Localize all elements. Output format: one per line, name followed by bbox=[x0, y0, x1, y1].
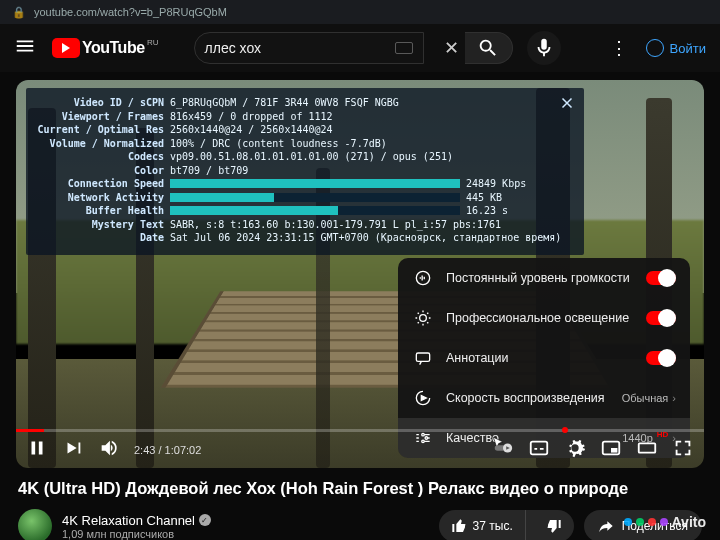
settings-item-lighting[interactable]: Профессиональное освещение bbox=[398, 298, 690, 338]
toggle-on-icon[interactable] bbox=[646, 351, 676, 365]
stat-row: Volume / Normalized100% / DRC (content l… bbox=[36, 137, 574, 151]
stat-row: Current / Optimal Res2560x1440@24 / 2560… bbox=[36, 123, 574, 137]
like-dislike-buttons: 37 тыс. bbox=[439, 510, 574, 540]
autoplay-toggle[interactable] bbox=[492, 437, 514, 463]
theater-button[interactable] bbox=[636, 437, 658, 463]
miniplayer-button[interactable] bbox=[600, 437, 622, 463]
chevron-right-icon: › bbox=[672, 392, 676, 404]
next-button[interactable] bbox=[62, 437, 84, 463]
stat-row: Codecsvp09.00.51.08.01.01.01.01.00 (271)… bbox=[36, 150, 574, 164]
youtube-logo[interactable]: YouTube RU bbox=[52, 38, 145, 58]
svg-rect-8 bbox=[531, 442, 548, 455]
stat-row: DateSat Jul 06 2024 23:31:15 GMT+0700 (К… bbox=[36, 231, 574, 245]
toggle-on-icon[interactable] bbox=[646, 311, 676, 325]
like-button[interactable]: 37 тыс. bbox=[439, 510, 526, 540]
captions-button[interactable] bbox=[528, 437, 550, 463]
video-player[interactable]: Video ID / sCPN6_P8RUqGQbM / 781F 3R44 0… bbox=[16, 80, 704, 468]
stat-row: Colorbt709 / bt709 bbox=[36, 164, 574, 178]
page-url: youtube.com/watch?v=b_P8RUqGQbM bbox=[34, 6, 227, 18]
voice-search-button[interactable] bbox=[527, 31, 561, 65]
dislike-button[interactable] bbox=[534, 510, 574, 540]
user-icon bbox=[646, 39, 664, 57]
lock-icon: 🔒 bbox=[12, 6, 26, 19]
youtube-wordmark: YouTube bbox=[82, 39, 145, 57]
svg-point-1 bbox=[420, 315, 427, 322]
svg-rect-11 bbox=[639, 443, 656, 452]
verified-badge-icon: ✓ bbox=[199, 514, 211, 526]
below-player: 4K (Ultra HD) Дождевой лес Хох (Hoh Rain… bbox=[0, 468, 720, 540]
search-value: ллес хох bbox=[205, 40, 262, 56]
svg-rect-2 bbox=[416, 353, 429, 361]
clear-search-button[interactable]: ✕ bbox=[438, 37, 465, 59]
settings-item-annotations[interactable]: Аннотации bbox=[398, 338, 690, 378]
stat-bar-row: Buffer Health16.23 s bbox=[36, 204, 574, 218]
pause-button[interactable] bbox=[26, 437, 48, 463]
toggle-on-icon[interactable] bbox=[646, 271, 676, 285]
search-button[interactable] bbox=[465, 32, 513, 64]
masthead: YouTube RU ллес хох ✕ ⋮ Войти bbox=[0, 24, 720, 72]
stat-bar-row: Connection Speed24849 Kbps bbox=[36, 177, 574, 191]
signin-label: Войти bbox=[670, 41, 706, 56]
settings-badge-icon bbox=[562, 427, 568, 433]
subscriber-count: 1,09 млн подписчиков bbox=[62, 528, 211, 540]
stat-row: Viewport / Frames816x459 / 0 dropped of … bbox=[36, 110, 574, 124]
browser-address-bar: 🔒 youtube.com/watch?v=b_P8RUqGQbM bbox=[0, 0, 720, 24]
fullscreen-button[interactable] bbox=[672, 437, 694, 463]
video-title: 4K (Ultra HD) Дождевой лес Хох (Hoh Rain… bbox=[18, 478, 702, 499]
settings-item-stable-volume[interactable]: Постоянный уровень громкости bbox=[398, 258, 690, 298]
player-settings-menu: Постоянный уровень громкости Профессиона… bbox=[398, 258, 690, 458]
player-controls: 2:43 / 1:07:02 bbox=[16, 432, 704, 468]
country-code: RU bbox=[147, 38, 159, 47]
signin-button[interactable]: Войти bbox=[646, 39, 706, 57]
search-input[interactable]: ллес хох bbox=[194, 32, 424, 64]
hamburger-menu-icon[interactable] bbox=[14, 35, 36, 61]
more-options-button[interactable]: ⋮ bbox=[610, 37, 628, 59]
lighting-icon bbox=[412, 308, 434, 328]
stats-for-nerds-panel: Video ID / sCPN6_P8RUqGQbM / 781F 3R44 0… bbox=[26, 88, 584, 255]
annotations-icon bbox=[412, 348, 434, 368]
close-stats-button[interactable] bbox=[558, 94, 576, 112]
avito-watermark: Avito bbox=[624, 514, 706, 530]
stat-bar-row: Network Activity445 KB bbox=[36, 191, 574, 205]
stat-row: Video ID / sCPN6_P8RUqGQbM / 781F 3R44 0… bbox=[36, 96, 574, 110]
svg-point-0 bbox=[416, 271, 429, 284]
settings-item-speed[interactable]: Скорость воспроизведения Обычная› bbox=[398, 378, 690, 418]
channel-name[interactable]: 4K Relaxation Channel ✓ bbox=[62, 513, 211, 528]
volume-button[interactable] bbox=[98, 437, 120, 463]
stat-row: Mystery TextSABR, s:8 t:163.60 b:130.001… bbox=[36, 218, 574, 232]
playback-speed-icon bbox=[412, 388, 434, 408]
keyboard-icon[interactable] bbox=[395, 42, 413, 54]
stable-volume-icon bbox=[412, 268, 434, 288]
youtube-play-icon bbox=[52, 38, 80, 58]
settings-button[interactable] bbox=[564, 437, 586, 463]
time-display: 2:43 / 1:07:02 bbox=[134, 444, 201, 456]
channel-avatar[interactable] bbox=[18, 509, 52, 540]
svg-rect-10 bbox=[611, 448, 617, 453]
